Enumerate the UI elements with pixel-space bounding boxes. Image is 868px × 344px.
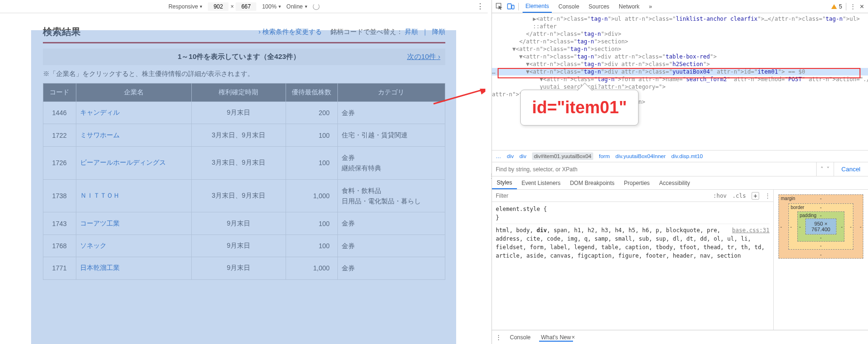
dom-search-input[interactable] (492, 162, 816, 176)
cell-shares: 100 (286, 212, 337, 235)
cell-code: 1768 (43, 235, 76, 257)
style-rules[interactable]: element.style { } base.css:31html, body,… (492, 202, 773, 263)
table-row: 1771日本乾溜工業9月末日1,000金券 (43, 257, 445, 279)
cell-category: 住宅・引越・賃貸関連 (337, 124, 445, 146)
cell-category: 金券継続保有特典 (337, 146, 445, 179)
cell-timing: 9月末日 (191, 212, 286, 235)
drawer-tab-close-icon[interactable]: × (572, 334, 575, 341)
cell-timing: 9月末日 (191, 102, 286, 124)
company-link[interactable]: 日本乾溜工業 (80, 264, 120, 271)
device-toolbar: Responsive × 100% Online ⋮ (0, 0, 488, 13)
search-cancel-button[interactable]: Cancel (834, 162, 868, 176)
tab-elements[interactable]: Elements (523, 0, 552, 13)
tab-accessibility[interactable]: Accessibility (655, 176, 695, 189)
col-category: カテゴリ (337, 84, 445, 102)
styles-filter-input[interactable] (492, 193, 710, 199)
device-mode-select[interactable]: Responsive (168, 3, 202, 10)
company-link[interactable]: ソネック (80, 242, 106, 249)
sort-label: 銘柄コードで並べ替え： (330, 28, 403, 35)
company-link[interactable]: ミサワホーム (80, 131, 120, 139)
zoom-select[interactable]: 100% (262, 3, 281, 10)
cell-shares: 100 (286, 235, 337, 257)
devtools-panel: Elements Console Sources Network » 5 ⋮ ✕… (491, 0, 868, 344)
table-row: 1722ミサワホーム3月末日、9月末日100住宅・引越・賃貸関連 (43, 124, 445, 146)
cell-shares: 200 (286, 102, 337, 124)
table-row: 1726ビーアールホールディングス3月末日、9月末日100金券継続保有特典 (43, 146, 445, 179)
hov-toggle[interactable]: :hov (710, 193, 729, 199)
table-row: 1446キャンディル9月末日200金券 (43, 102, 445, 124)
annotation-callout: id="item01" (520, 90, 639, 126)
drawer-tab-whatsnew[interactable]: What's New (539, 334, 573, 342)
cell-timing: 3月末日、9月末日 (191, 146, 286, 179)
box-model: margin ---- border ---- padding ---- 950… (774, 190, 868, 330)
devtools-menu-icon[interactable]: ⋮ (850, 3, 856, 10)
col-code: コード (43, 84, 76, 102)
cell-timing: 9月末日 (191, 235, 286, 257)
rule-source-link[interactable]: base.css:31 (732, 226, 770, 235)
page-viewport: 検索結果 検索条件を変更する 銘柄コードで並べ替え： 昇順 ｜ 降順 (0, 13, 488, 344)
cell-code: 1743 (43, 212, 76, 235)
cls-toggle[interactable]: .cls (729, 193, 749, 199)
viewport-height-input[interactable] (236, 2, 256, 11)
sort-desc-link[interactable]: 降順 (432, 28, 445, 35)
cell-code: 1726 (43, 146, 76, 179)
cell-shares: 100 (286, 124, 337, 146)
warning-icon[interactable] (831, 4, 837, 9)
cell-code: 1722 (43, 124, 76, 146)
result-count-label: 1～10件を表示しています（全423件） (71, 52, 407, 61)
cell-shares: 1,000 (286, 179, 337, 212)
company-link[interactable]: ビーアールホールディングス (80, 159, 166, 166)
tab-properties[interactable]: Properties (619, 176, 655, 189)
warning-count: 5 (839, 3, 842, 10)
table-row: 1738ＮＩＴＴＯＨ3月末日、9月末日1,000食料・飲料品日用品・電化製品・暮… (43, 179, 445, 212)
search-next-icon[interactable]: ˅ (827, 166, 830, 173)
cell-category: 食料・飲料品日用品・電化製品・暮らし (337, 179, 445, 212)
tab-console[interactable]: Console (556, 0, 582, 13)
svg-rect-3 (512, 5, 514, 9)
rotate-icon[interactable] (313, 3, 319, 10)
new-style-rule-button[interactable]: + (752, 192, 759, 200)
company-link[interactable]: キャンディル (80, 109, 120, 116)
cell-code: 1446 (43, 102, 76, 124)
throttle-select[interactable]: Online (287, 3, 307, 10)
search-prev-icon[interactable]: ˄ (820, 166, 824, 173)
cell-category: 金券 (337, 257, 445, 279)
company-link[interactable]: コーアツ工業 (80, 219, 120, 227)
col-timing: 権利確定時期 (191, 84, 286, 102)
tab-event-listeners[interactable]: Event Listeners (517, 176, 565, 189)
dimension-separator: × (230, 3, 234, 10)
results-table: コード 企業名 権利確定時期 優待最低株数 カテゴリ 1446キャンディル9月末… (43, 83, 445, 280)
cell-category: 金券 (337, 235, 445, 257)
drawer-tab-console[interactable]: Console (508, 334, 532, 341)
next-page-link[interactable]: 次の10件 (407, 52, 445, 61)
sort-asc-link[interactable]: 昇順 (405, 28, 418, 35)
company-link[interactable]: ＮＩＴＴＯＨ (80, 192, 120, 199)
tab-styles[interactable]: Styles (492, 176, 517, 189)
tab-network[interactable]: Network (616, 0, 642, 13)
info-note: ※「企業名」をクリックすると、株主優待情報の詳細が表示されます。 (43, 65, 445, 83)
device-toggle-icon[interactable] (507, 3, 515, 10)
dom-tree[interactable]: ▶<attr-n">class="tag-n">ul attr-n">class… (492, 13, 868, 150)
styles-menu-icon[interactable]: ⋮ (762, 193, 773, 199)
table-row: 1743コーアツ工業9月末日100金券 (43, 212, 445, 235)
cell-category: 金券 (337, 212, 445, 235)
heading-divider (43, 42, 445, 44)
resize-handle[interactable] (488, 0, 491, 344)
device-menu-icon[interactable]: ⋮ (476, 2, 484, 11)
cell-shares: 1,000 (286, 257, 337, 279)
cell-code: 1771 (43, 257, 76, 279)
tabs-overflow-icon[interactable]: » (646, 0, 655, 13)
tab-dom-breakpoints[interactable]: DOM Breakpoints (565, 176, 619, 189)
viewport-width-input[interactable] (208, 2, 229, 11)
devtools-close-icon[interactable]: ✕ (860, 3, 864, 10)
table-row: 1768ソネック9月末日100金券 (43, 235, 445, 257)
change-criteria-link[interactable]: 検索条件を変更する (258, 28, 322, 35)
col-company: 企業名 (76, 84, 191, 102)
breadcrumb[interactable]: … div div div#item01.yuutaiBox04 form di… (492, 150, 868, 162)
inspect-icon[interactable] (496, 3, 503, 10)
cell-timing: 9月末日 (191, 257, 286, 279)
cell-shares: 100 (286, 146, 337, 179)
drawer-menu-icon[interactable]: ⋮ (496, 334, 501, 341)
col-shares: 優待最低株数 (286, 84, 337, 102)
tab-sources[interactable]: Sources (586, 0, 612, 13)
